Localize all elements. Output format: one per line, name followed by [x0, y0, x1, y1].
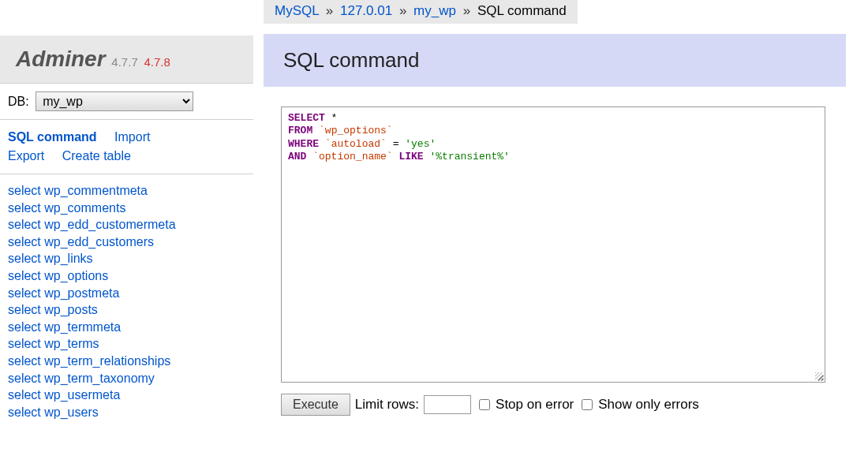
table-link[interactable]: select wp_users [8, 404, 245, 421]
action-create-table[interactable]: Create table [62, 149, 131, 162]
action-sql-command[interactable]: SQL command [8, 130, 97, 144]
table-link[interactable]: select wp_edd_customermeta [8, 216, 245, 233]
table-link[interactable]: select wp_terms [8, 335, 245, 353]
db-select[interactable]: my_wp [36, 92, 193, 111]
sql-kw: SELECT [288, 112, 325, 124]
table-link[interactable]: select wp_termmeta [8, 319, 245, 336]
app-title: Adminer 4.7.7 4.7.8 [16, 47, 170, 71]
page-title-bar: SQL command [264, 34, 846, 87]
breadcrumb-driver[interactable]: MySQL [275, 3, 319, 18]
table-link[interactable]: select wp_postmeta [8, 285, 245, 302]
sidebar: Adminer 4.7.7 4.7.8 DB: my_wp SQL comman… [0, 0, 253, 428]
sql-ident: `wp_options` [319, 125, 393, 136]
execute-button[interactable] [281, 394, 350, 416]
table-link[interactable]: select wp_usermeta [8, 387, 245, 404]
table-list: select wp_commentmeta select wp_comments… [0, 174, 253, 428]
sql-area-wrap: SELECT * FROM `wp_options` WHERE `autolo… [281, 106, 846, 383]
limit-rows-input[interactable] [424, 395, 471, 414]
table-link[interactable]: select wp_term_relationships [8, 353, 245, 370]
app-name: Adminer [16, 47, 106, 71]
sidebar-header: Adminer 4.7.7 4.7.8 [0, 35, 253, 84]
breadcrumb-sep: » [326, 3, 333, 18]
limit-rows-label: Limit rows: [355, 397, 419, 413]
sql-textarea[interactable]: SELECT * FROM `wp_options` WHERE `autolo… [281, 106, 825, 383]
table-link[interactable]: select wp_posts [8, 301, 245, 319]
sql-text: = [387, 138, 405, 150]
sql-controls: Limit rows: Stop on error Show only erro… [281, 394, 846, 416]
sql-ident: `autoload` [325, 138, 387, 150]
breadcrumb: MySQL » 127.0.01 » my_wp » SQL command [264, 0, 578, 24]
action-import[interactable]: Import [114, 130, 150, 144]
db-label: DB: [8, 95, 29, 108]
sql-string: '%transient%' [429, 151, 509, 162]
db-selector-row: DB: my_wp [0, 84, 253, 120]
breadcrumb-page: SQL command [477, 3, 567, 18]
sql-kw: AND [288, 151, 306, 162]
sql-kw: LIKE [398, 151, 423, 162]
sidebar-actions: SQL command Import Export Create table [0, 120, 253, 174]
only-errors-text: Show only errors [598, 397, 699, 413]
table-link[interactable]: select wp_comments [8, 200, 245, 217]
stop-on-error-text: Stop on error [496, 397, 574, 413]
page-title: SQL command [283, 48, 826, 73]
main: MySQL » 127.0.01 » my_wp » SQL command S… [253, 0, 868, 428]
table-link[interactable]: select wp_edd_customers [8, 233, 245, 251]
stop-on-error-checkbox[interactable] [479, 399, 490, 410]
version-current: 4.7.7 [111, 55, 137, 69]
breadcrumb-sep: » [399, 3, 406, 18]
sql-string: 'yes' [405, 138, 436, 150]
only-errors-label[interactable]: Show only errors [578, 397, 699, 413]
version-latest: 4.7.8 [144, 55, 170, 69]
sql-kw: FROM [288, 125, 312, 136]
table-link[interactable]: select wp_links [8, 250, 245, 267]
only-errors-checkbox[interactable] [582, 399, 593, 410]
action-export[interactable]: Export [8, 149, 44, 162]
sql-ident: `option_name` [312, 151, 392, 162]
sql-kw: WHERE [288, 138, 319, 150]
sql-text: * [325, 112, 338, 124]
table-link[interactable]: select wp_options [8, 267, 245, 285]
breadcrumb-database[interactable]: my_wp [413, 3, 456, 18]
table-link[interactable]: select wp_commentmeta [8, 182, 245, 200]
table-link[interactable]: select wp_term_taxonomy [8, 370, 245, 387]
stop-on-error-label[interactable]: Stop on error [476, 397, 574, 413]
breadcrumb-sep: » [463, 3, 470, 18]
breadcrumb-server[interactable]: 127.0.01 [340, 3, 392, 18]
